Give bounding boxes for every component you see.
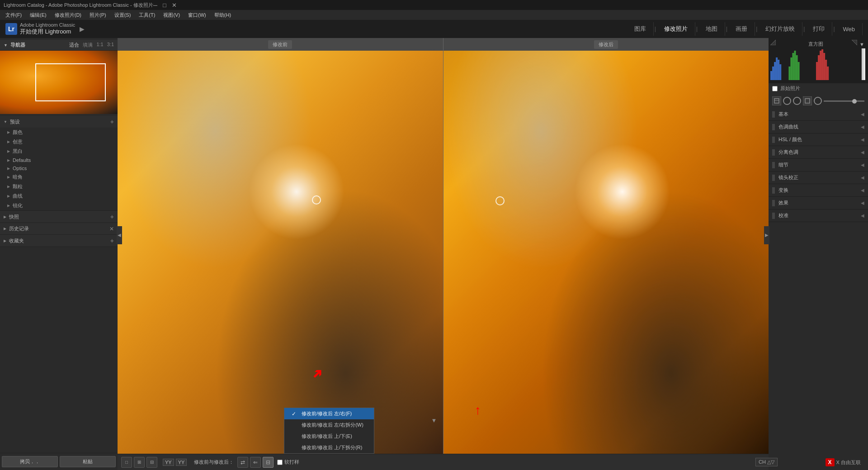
yy-toggle-btn2[interactable]: YY — [176, 459, 187, 466]
after-leaf-image — [443, 51, 769, 454]
rp-hsl[interactable]: HSL / 颜色 ◀ — [769, 133, 868, 146]
histogram-canvas — [770, 48, 866, 80]
copy-to-before-btn[interactable]: ⇐ — [250, 457, 261, 468]
dropdown-item-lr[interactable]: ✓ 修改前/修改后 左/右(F) — [284, 408, 374, 419]
presets-add-btn[interactable]: + — [110, 118, 114, 125]
paste-btn[interactable]: 粘贴 — [60, 456, 116, 467]
rp-transform[interactable]: 变换 ◀ — [769, 184, 868, 197]
history-tri-icon: ▶ — [4, 227, 6, 231]
filmstrip-collapse-icon[interactable]: ▼ — [431, 417, 437, 424]
dropdown-item-lrs[interactable]: 修改前/修改后 左/右拆分(W) — [284, 419, 374, 431]
collections-header[interactable]: ▶ 收藏夹 + — [0, 235, 118, 247]
settings-circle-3[interactable] — [814, 97, 822, 105]
right-panel-collapse[interactable]: ▶ — [764, 226, 769, 244]
svg-rect-20 — [863, 48, 865, 80]
menu-tools[interactable]: 工具(T) — [135, 11, 159, 19]
rp-lens-corrections[interactable]: 镜头校正 ◀ — [769, 171, 868, 184]
settings-circle-2[interactable] — [793, 97, 801, 105]
module-print[interactable]: 打印 — [806, 22, 832, 36]
preset-item-optics[interactable]: ▶ Optics — [0, 164, 118, 172]
module-develop[interactable]: 修改照片 — [657, 22, 695, 36]
menu-file[interactable]: 文件(F) — [2, 11, 25, 19]
right-settings-row — [769, 94, 868, 108]
left-panel-collapse[interactable]: ◀ — [117, 226, 122, 244]
navigator-preview — [0, 51, 118, 114]
menu-settings[interactable]: 设置(S) — [111, 11, 135, 19]
module-book[interactable]: 画册 — [728, 22, 755, 36]
titlebar-controls[interactable]: ─ □ ✕ — [153, 2, 177, 9]
module-slideshow[interactable]: 幻灯片放映 — [758, 22, 802, 36]
rp-calibration[interactable]: 校准 ◀ — [769, 209, 868, 222]
rp-detail[interactable]: 细节 ◀ — [769, 159, 868, 171]
soft-proof-checkbox[interactable] — [277, 460, 283, 465]
before-after-toolbar-label: 修改前与修改后： — [194, 459, 234, 465]
module-web[interactable]: Web — [836, 23, 863, 35]
preset-item-bw[interactable]: ▶ 黑白 — [0, 147, 118, 156]
settings-btn-1[interactable] — [772, 96, 781, 105]
highlight-clipping-indicator[interactable] — [852, 40, 857, 47]
preset-item-defaults[interactable]: ▶ Defaults — [0, 156, 118, 164]
original-photo-label: 原始照片 — [780, 85, 800, 92]
rp-tone-curve[interactable]: 色调曲线 ◀ — [769, 121, 868, 133]
svg-rect-25 — [805, 99, 810, 103]
restore-btn[interactable]: □ — [163, 2, 166, 9]
zoom-fit[interactable]: 适合 — [69, 42, 79, 48]
settings-btn-2[interactable] — [803, 96, 812, 105]
collections-block: ▶ 收藏夹 + — [0, 235, 118, 247]
histogram-expand-icon[interactable]: ▼ — [859, 42, 864, 47]
zoom-3to1[interactable]: 3:1 — [107, 42, 114, 48]
menu-photo[interactable]: 照片(P) — [86, 11, 110, 19]
view-mode-dropdown-btn[interactable]: ⊟ — [263, 457, 274, 468]
rp-split-tone[interactable]: 分离色调 ◀ — [769, 146, 868, 159]
after-image[interactable] — [443, 51, 769, 454]
module-map[interactable]: 地图 — [698, 22, 725, 36]
presets-header[interactable]: ▼ 预设 + — [0, 116, 118, 128]
svg-rect-5 — [779, 64, 781, 80]
swap-before-after-btn[interactable]: ⇄ — [237, 457, 248, 468]
preset-item-creative[interactable]: ▶ 创意 — [0, 137, 118, 147]
rp-basic[interactable]: 基本 ◀ — [769, 108, 868, 121]
svg-rect-11 — [798, 62, 800, 80]
presets-triangle-icon: ▼ — [4, 120, 7, 124]
menu-edit[interactable]: 编辑(E) — [26, 11, 50, 19]
preset-item-color[interactable]: ▶ 颜色 — [0, 128, 118, 137]
menu-view[interactable]: 视图(V) — [160, 11, 184, 19]
collections-add-btn[interactable]: + — [110, 237, 114, 244]
copy-btn[interactable]: 拷贝．． — [2, 456, 58, 467]
before-image[interactable] — [118, 51, 443, 454]
bottom-left-buttons: 拷贝．． 粘贴 — [0, 453, 118, 470]
original-photo-checkbox[interactable] — [772, 86, 778, 91]
settings-circle-1[interactable] — [783, 97, 791, 105]
svg-rect-8 — [792, 53, 794, 80]
minimize-btn[interactable]: ─ — [153, 2, 157, 9]
preset-item-grain[interactable]: ▶ 颗粒 — [0, 182, 118, 191]
history-header[interactable]: ▶ 历史记录 ✕ — [0, 223, 118, 234]
history-close-btn[interactable]: ✕ — [109, 226, 114, 232]
preset-item-curves[interactable]: ▶ 曲线 — [0, 191, 118, 201]
menu-window[interactable]: 窗口(W) — [184, 11, 210, 19]
snapshots-header[interactable]: ▶ 快照 + — [0, 211, 118, 223]
dropdown-item-tbs[interactable]: 修改前/修改后 上/下拆分(R) — [284, 442, 374, 453]
preset-item-vignette[interactable]: ▶ 暗角 — [0, 172, 118, 182]
svg-marker-21 — [770, 40, 776, 45]
settings-slider[interactable] — [824, 100, 864, 102]
view-single-btn[interactable]: □ — [121, 457, 132, 468]
menu-develop[interactable]: 修改照片(D) — [51, 11, 85, 19]
zoom-1to1[interactable]: 1:1 — [96, 42, 103, 48]
yy-toggle-btn[interactable]: YY — [163, 459, 174, 466]
view-grid-btn[interactable]: ⊞ — [134, 457, 145, 468]
navigator-header[interactable]: ▼ 导航器 适合 填满 1:1 3:1 — [0, 40, 118, 51]
preset-item-sharpen[interactable]: ▶ 锐化 — [0, 201, 118, 210]
module-library[interactable]: 图库 — [627, 22, 654, 36]
snapshots-add-btn[interactable]: + — [110, 213, 114, 220]
rp-calibration-label: 校准 — [778, 212, 861, 219]
view-strip-btn[interactable]: ⊟ — [146, 457, 157, 468]
rp-effects[interactable]: 效果 ◀ — [769, 197, 868, 209]
watermark-text: X 自由互联 — [836, 459, 861, 466]
shadow-clipping-indicator[interactable] — [770, 40, 776, 47]
dropdown-item-tb[interactable]: 修改前/修改后 上/下(E) — [284, 431, 374, 442]
close-btn[interactable]: ✕ — [172, 2, 177, 9]
snapshots-label: 快照 — [9, 214, 19, 220]
menu-help[interactable]: 帮助(H) — [211, 11, 235, 19]
zoom-fill[interactable]: 填满 — [83, 42, 93, 48]
